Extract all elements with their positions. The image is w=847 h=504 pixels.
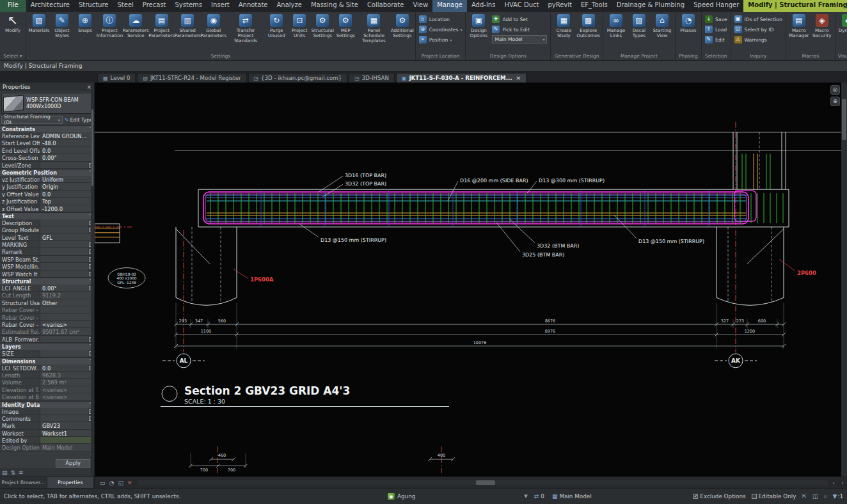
tool-decal-types[interactable]: ▨Decal Types — [628, 13, 651, 38]
ribbon-tab-view[interactable]: View — [408, 0, 432, 12]
tool-macro-security[interactable]: ◈Macro Security — [811, 13, 834, 38]
property-value[interactable]: 0.0 — [40, 191, 94, 197]
property-value[interactable] — [40, 256, 88, 262]
active-workset-selector[interactable]: ◉ Agung — [388, 493, 415, 500]
sort-groups-icon[interactable]: ⇅ — [11, 469, 16, 476]
tool-structural-settings[interactable]: ⚙Structural Settings — [311, 13, 334, 38]
view-tab-jkt11-s-f-030-a-reinforcem[interactable]: ▣JKT11-S-F-030-A - REINFORCEM...× — [396, 73, 526, 83]
ribbon-tab-systems[interactable]: Systems — [171, 0, 207, 12]
section-header-text[interactable]: Text˄ — [0, 212, 94, 219]
property-value[interactable] — [40, 248, 88, 255]
ribbon-tab-speed-hanger[interactable]: Speed Hanger — [689, 0, 743, 12]
property-value[interactable]: Workset1 — [40, 430, 94, 436]
tool-purge-unused[interactable]: ↻Purge Unused — [265, 13, 288, 38]
ribbon-tab-drainage-plumbing[interactable]: Drainage & Plumbing — [612, 0, 690, 12]
property-value[interactable] — [40, 314, 94, 320]
filter-selection[interactable]: ▼ :1 — [833, 493, 843, 500]
crop-view-icon[interactable]: ◱ — [118, 480, 123, 486]
close-tab-icon[interactable]: × — [516, 75, 521, 81]
property-value[interactable]: <varies> — [40, 393, 94, 400]
tool-panel-schedule-templates[interactable]: ▦Panel Schedule Templates — [357, 13, 391, 43]
view-tab-3d-ikhsan-pc-gmail-com[interactable]: ◳{3D - ikhsan.pc@gmail.com} — [248, 73, 348, 83]
property-value[interactable]: GFL — [40, 234, 94, 240]
property-value[interactable] — [40, 219, 88, 226]
ribbon-tab-insert[interactable]: Insert — [207, 0, 234, 12]
property-value[interactable]: Origin — [40, 183, 94, 189]
tool-project-parameters[interactable]: ▤Project Parameters — [148, 13, 175, 38]
property-value[interactable]: Uniform — [40, 176, 94, 182]
type-selector[interactable]: WSP-SFR-CON-BEAM 400Wx1000D — [1, 93, 93, 114]
panel-tab-properties[interactable]: Properties — [47, 477, 95, 488]
ribbon-tab-add-ins[interactable]: Add-Ins — [467, 0, 500, 12]
property-value[interactable]: GBV23 — [40, 422, 94, 429]
sun-path-icon[interactable]: ◔ — [109, 480, 115, 486]
tool-coordinates[interactable]: ⊕Coordinates▾ — [417, 24, 464, 35]
property-value[interactable]: Top — [40, 198, 94, 204]
tool-macro-manager[interactable]: ▤Macro Manager — [788, 13, 811, 38]
property-value[interactable] — [40, 437, 94, 443]
tool-additional-settings[interactable]: ⚙Additional Settings — [391, 13, 414, 38]
property-value[interactable]: <varies> — [40, 321, 94, 327]
tool-materials[interactable]: ▧Materials — [28, 13, 51, 33]
filter-properties-icon[interactable]: ≡ — [19, 469, 24, 476]
property-value[interactable]: 0.00° — [40, 285, 88, 291]
active-design-option-select[interactable]: Main Model▾ — [492, 35, 547, 43]
design-option-selector[interactable]: ▦ Main Model — [552, 493, 592, 500]
ribbon-tab-architecture[interactable]: Architecture — [26, 0, 74, 12]
chevron-down-icon[interactable]: ▼ — [524, 494, 527, 499]
property-value[interactable] — [40, 350, 88, 356]
ribbon-tab-pyrevit[interactable]: pyRevit — [543, 0, 576, 12]
tool-object-styles[interactable]: ✎Object Styles — [51, 13, 74, 38]
property-value[interactable]: 2.569 m³ — [40, 379, 94, 385]
section-header-layers[interactable]: Layers˄ — [0, 343, 94, 350]
ribbon-tab-annotate[interactable]: Annotate — [234, 0, 273, 12]
select-underlay-icon[interactable]: ◫ — [812, 493, 818, 500]
tool-dynamo[interactable]: ◆Dynamo — [837, 13, 847, 33]
tool-pick-to-edit[interactable]: ✎Pick to Edit — [490, 24, 549, 35]
exclude-options-checkbox[interactable]: ✓ Exclude Options — [693, 493, 745, 500]
property-value[interactable]: 0.0 — [40, 365, 88, 371]
tool-transfer-project-standards[interactable]: ⇄Transfer Project Standards — [226, 13, 265, 43]
section-header-dimensions[interactable]: Dimensions˄ — [0, 358, 94, 365]
tool-position[interactable]: ⌖Position▾ — [417, 35, 464, 45]
property-value[interactable] — [40, 226, 88, 233]
reveal-hidden-icon[interactable]: ✕ — [127, 480, 132, 486]
ribbon-tab-manage[interactable]: Manage — [432, 0, 467, 12]
tool-ids-of-selection[interactable]: ▣IDs of Selection — [732, 14, 784, 24]
property-value[interactable] — [40, 408, 88, 414]
property-value[interactable] — [40, 415, 88, 421]
properties-scrollbar[interactable] — [91, 83, 94, 476]
tool-explore-outcomes[interactable]: ▩Explore Outcomes — [575, 13, 601, 38]
tool-global-parameters[interactable]: ◉Global Parameters — [200, 13, 226, 38]
category-filter-select[interactable]: Structural Framing (Ot ▾ — [1, 116, 63, 124]
tool-edit[interactable]: ✎Edit — [703, 35, 729, 45]
apply-button[interactable]: Apply — [56, 459, 90, 468]
property-value[interactable]: ADMIN GROUN... — [40, 132, 94, 139]
pan-left-icon[interactable]: ‹ — [829, 477, 838, 488]
zoom-icon[interactable]: ⊕ — [830, 97, 840, 106]
property-value[interactable]: 9119.2 — [40, 292, 94, 298]
vertical-scrollbar[interactable] — [841, 83, 847, 476]
ribbon-tab-structure[interactable]: Structure — [74, 0, 113, 12]
ribbon-tab-steel[interactable]: Steel — [113, 0, 138, 12]
tool-mep-settings[interactable]: ⚙MEP Settings — [334, 13, 357, 38]
drawing-area[interactable]: 3D16 (TOP BAR) 3D32 (TOP BAR) D16 @200 m… — [95, 83, 847, 476]
property-value[interactable]: 0.0 — [40, 147, 94, 154]
view-tab-3d-ihsan[interactable]: ◳3D-IHSAN — [349, 73, 395, 83]
property-value[interactable] — [40, 263, 88, 269]
property-value[interactable]: Other — [40, 299, 94, 306]
editing-requests[interactable]: ⇄ 0 — [534, 493, 544, 500]
pan-right-icon[interactable]: › — [838, 477, 847, 488]
property-value[interactable]: -1200.0 — [40, 205, 94, 212]
ribbon-tab-collaborate[interactable]: Collaborate — [363, 0, 409, 12]
tool-location[interactable]: ⌂Location — [417, 14, 464, 24]
edit-type-button[interactable]: ✎ Edit Type — [65, 117, 93, 123]
view-tab-jkt11-strc-r24-model-register[interactable]: ▤JKT11-STRC-R24 - Model Register — [137, 73, 246, 83]
tool-shared-parameters[interactable]: ▥Shared Parameters — [175, 13, 201, 38]
view-tab-level-0[interactable]: ▦Level 0 — [97, 73, 136, 83]
property-value[interactable]: 0.00° — [40, 154, 94, 161]
tool-modify[interactable]: ↖Modify — [1, 13, 24, 33]
tool-project-units[interactable]: ⊡Project Units — [288, 13, 311, 38]
section-header-identity-data[interactable]: Identity Data˄ — [0, 401, 94, 408]
tool-project-information[interactable]: ⓘProject Information — [97, 13, 123, 38]
